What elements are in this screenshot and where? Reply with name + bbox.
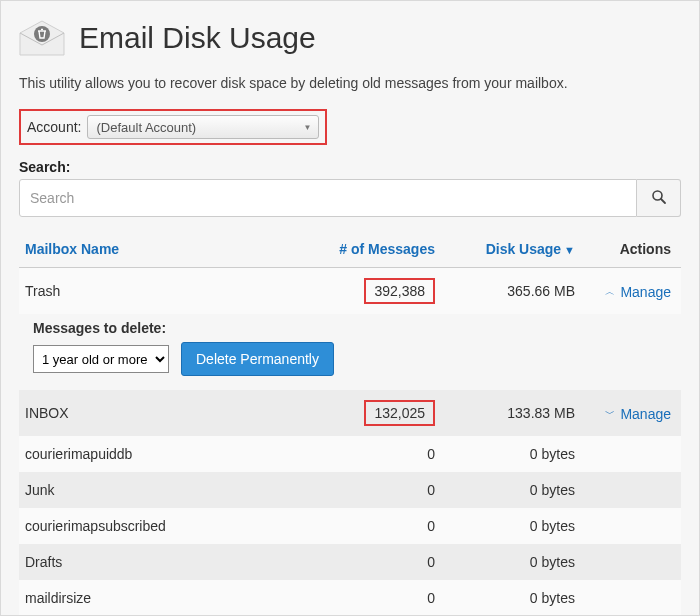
table-row: INBOX132,025133.83 MB﹀Manage	[19, 390, 681, 436]
table-row: courierimapsubscribed00 bytes	[19, 508, 681, 544]
account-select[interactable]: (Default Account) ▼	[87, 115, 319, 139]
delete-permanently-button[interactable]: Delete Permanently	[181, 342, 334, 376]
cell-disk-usage: 0 bytes	[435, 518, 575, 534]
mailbox-table: Mailbox Name # of Messages Disk Usage▼ A…	[19, 233, 681, 616]
cell-disk-usage: 133.83 MB	[435, 405, 575, 421]
highlight-badge: 132,025	[364, 400, 435, 426]
search-icon	[651, 189, 667, 208]
manage-label: Manage	[620, 406, 671, 422]
delete-panel: Messages to delete:1 year old or moreDel…	[19, 314, 681, 390]
cell-disk-usage: 0 bytes	[435, 554, 575, 570]
cell-messages: 0	[315, 590, 435, 606]
table-row: Drafts00 bytes	[19, 544, 681, 580]
account-select-value: (Default Account)	[96, 120, 196, 135]
search-label: Search:	[19, 159, 681, 175]
cell-disk-usage: 0 bytes	[435, 590, 575, 606]
table-row: Junk00 bytes	[19, 472, 681, 508]
cell-messages: 132,025	[315, 400, 435, 426]
chevron-up-icon: ︿	[605, 285, 615, 299]
account-selector-row: Account: (Default Account) ▼	[19, 109, 327, 145]
cell-mailbox-name: maildirsize	[25, 590, 315, 606]
cell-messages: 0	[315, 518, 435, 534]
cell-disk-usage: 0 bytes	[435, 482, 575, 498]
chevron-down-icon: ﹀	[605, 407, 615, 421]
chevron-down-icon: ▼	[304, 123, 312, 132]
search-button[interactable]	[637, 179, 681, 217]
cell-messages: 0	[315, 482, 435, 498]
cell-actions: ︿Manage	[575, 282, 675, 300]
highlight-badge: 392,388	[364, 278, 435, 304]
search-row	[19, 179, 681, 217]
col-disk-usage[interactable]: Disk Usage▼	[435, 241, 575, 257]
table-row: Trash392,388365.66 MB︿Manage	[19, 268, 681, 314]
table-row: maildirsize00 bytes	[19, 580, 681, 616]
page-header: Email Disk Usage	[19, 19, 681, 57]
cell-mailbox-name: INBOX	[25, 405, 315, 421]
envelope-trash-icon	[19, 19, 65, 57]
cell-actions: ﹀Manage	[575, 404, 675, 422]
col-actions: Actions	[575, 241, 675, 257]
cell-mailbox-name: Junk	[25, 482, 315, 498]
cell-messages: 392,388	[315, 278, 435, 304]
cell-mailbox-name: Trash	[25, 283, 315, 299]
search-input[interactable]	[19, 179, 637, 217]
table-row: courierimapuiddb00 bytes	[19, 436, 681, 472]
svg-line-5	[661, 199, 665, 203]
manage-link[interactable]: ﹀Manage	[575, 406, 671, 422]
cell-messages: 0	[315, 554, 435, 570]
intro-text: This utility allows you to recover disk …	[19, 75, 681, 91]
cell-mailbox-name: Drafts	[25, 554, 315, 570]
page-title: Email Disk Usage	[79, 21, 316, 55]
col-messages[interactable]: # of Messages	[315, 241, 435, 257]
sort-indicator-icon: ▼	[564, 244, 575, 256]
table-header: Mailbox Name # of Messages Disk Usage▼ A…	[19, 233, 681, 268]
col-mailbox-name[interactable]: Mailbox Name	[25, 241, 315, 257]
cell-disk-usage: 365.66 MB	[435, 283, 575, 299]
account-label: Account:	[27, 119, 81, 135]
svg-point-1	[34, 26, 50, 42]
cell-mailbox-name: courierimapsubscribed	[25, 518, 315, 534]
cell-mailbox-name: courierimapuiddb	[25, 446, 315, 462]
manage-link[interactable]: ︿Manage	[575, 284, 671, 300]
cell-disk-usage: 0 bytes	[435, 446, 575, 462]
cell-messages: 0	[315, 446, 435, 462]
delete-panel-label: Messages to delete:	[33, 320, 675, 336]
delete-age-select[interactable]: 1 year old or more	[33, 345, 169, 373]
manage-label: Manage	[620, 284, 671, 300]
